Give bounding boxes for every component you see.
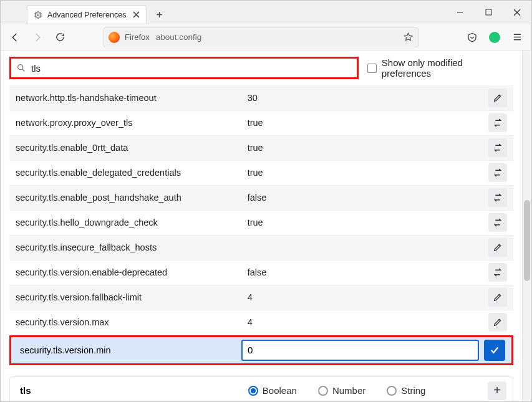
- pref-value: true: [241, 110, 482, 135]
- pref-search-value: tls: [31, 63, 41, 74]
- pref-name: security.tls.enable_delegated_credential…: [9, 160, 241, 185]
- extension-icon[interactable]: [485, 28, 504, 47]
- window-close-button[interactable]: [503, 2, 531, 22]
- radio-icon: [387, 386, 397, 396]
- edit-button[interactable]: [488, 288, 507, 307]
- titlebar: Advanced Preferences +: [1, 1, 531, 24]
- pref-name: security.tls.version.fallback-limit: [9, 285, 241, 310]
- bookmark-star-icon[interactable]: [403, 32, 414, 42]
- toggle-button[interactable]: [488, 163, 507, 182]
- pref-value: false: [241, 185, 482, 210]
- close-icon[interactable]: [131, 10, 141, 20]
- type-radio-number[interactable]: Number: [318, 385, 365, 396]
- tab-strip: Advanced Preferences +: [1, 1, 445, 24]
- pref-row[interactable]: network.proxy.proxy_over_tlstrue: [9, 110, 513, 135]
- pref-row[interactable]: security.tls.enable_post_handshake_authf…: [9, 185, 513, 210]
- pref-row[interactable]: network.http.tls-handshake-timeout30: [9, 85, 513, 110]
- back-button[interactable]: [6, 28, 24, 47]
- pref-edit-row: security.tls.version.min: [9, 335, 513, 365]
- show-modified-label: Show only modified preferences: [382, 57, 513, 79]
- pref-edit-input[interactable]: [241, 340, 479, 361]
- pref-edit-name: security.tls.version.min: [11, 345, 241, 355]
- search-icon: [16, 63, 26, 73]
- pocket-icon[interactable]: [463, 28, 481, 47]
- pref-name: security.tls.enable_0rtt_data: [9, 135, 241, 160]
- radio-label: Number: [332, 385, 365, 396]
- check-icon: [489, 345, 500, 356]
- pref-save-button[interactable]: [484, 340, 505, 361]
- pref-row[interactable]: security.tls.enable_0rtt_datatrue: [9, 135, 513, 160]
- firefox-window: Advanced Preferences + Firefox about:con…: [0, 0, 532, 402]
- urlbar-engine: Firefox: [125, 32, 150, 42]
- svg-point-0: [37, 14, 39, 16]
- radio-icon: [248, 386, 258, 396]
- url-bar[interactable]: Firefox about:config: [103, 27, 419, 47]
- urlbar-url: about:config: [156, 32, 398, 42]
- checkbox-icon: [367, 64, 377, 73]
- toolbar: Firefox about:config: [1, 24, 531, 50]
- pref-add-name: tls: [16, 385, 232, 396]
- toggle-button[interactable]: [488, 138, 507, 157]
- pref-add-row: tls BooleanNumberString +: [9, 376, 513, 402]
- pref-row[interactable]: security.tls.insecure_fallback_hosts: [9, 235, 513, 260]
- svg-rect-1: [486, 9, 491, 15]
- pref-name: security.tls.hello_downgrade_check: [9, 210, 241, 235]
- type-radio-boolean[interactable]: Boolean: [248, 385, 297, 396]
- toggle-button[interactable]: [488, 213, 507, 232]
- pref-value: 30: [241, 85, 482, 110]
- reload-button[interactable]: [51, 28, 69, 47]
- new-tab-button[interactable]: +: [150, 6, 168, 24]
- pref-search-input[interactable]: tls: [9, 57, 359, 79]
- pref-value: true: [241, 210, 482, 235]
- toggle-button[interactable]: [488, 188, 507, 207]
- content: tls Show only modified preferences netwo…: [1, 50, 522, 401]
- radio-icon: [318, 386, 328, 396]
- toggle-button[interactable]: [488, 263, 507, 282]
- pref-value: 4: [241, 285, 482, 310]
- prefs-table: network.http.tls-handshake-timeout30netw…: [9, 85, 513, 335]
- pref-value: 4: [241, 310, 482, 335]
- scrollbar[interactable]: [522, 50, 531, 401]
- edit-button[interactable]: [488, 313, 507, 332]
- radio-label: Boolean: [263, 385, 297, 396]
- pref-value: true: [241, 160, 482, 185]
- pref-name: security.tls.enable_post_handshake_auth: [9, 185, 241, 210]
- tab-title: Advanced Preferences: [47, 11, 126, 19]
- edit-button[interactable]: [488, 238, 507, 257]
- firefox-icon: [109, 32, 120, 43]
- pref-name: network.http.tls-handshake-timeout: [9, 85, 241, 110]
- svg-point-2: [18, 65, 23, 70]
- pref-value: true: [241, 135, 482, 160]
- pref-row[interactable]: security.tls.enable_delegated_credential…: [9, 160, 513, 185]
- pref-row[interactable]: security.tls.version.max4: [9, 310, 513, 335]
- radio-label: String: [401, 385, 425, 396]
- edit-button[interactable]: [488, 89, 507, 107]
- pref-name: security.tls.version.enable-deprecated: [9, 260, 241, 285]
- pref-add-button[interactable]: +: [488, 381, 506, 400]
- show-modified-checkbox[interactable]: Show only modified preferences: [367, 57, 513, 79]
- pref-name: security.tls.version.max: [9, 310, 241, 335]
- forward-button[interactable]: [28, 28, 47, 47]
- toggle-button[interactable]: [488, 113, 507, 132]
- pref-row[interactable]: security.tls.version.enable-deprecatedfa…: [9, 260, 513, 285]
- pref-name: network.proxy.proxy_over_tls: [9, 110, 241, 135]
- menu-button[interactable]: [508, 28, 526, 47]
- pref-value: false: [241, 260, 482, 285]
- maximize-button[interactable]: [474, 2, 503, 22]
- type-radio-string[interactable]: String: [387, 385, 425, 396]
- pref-value: [241, 235, 482, 260]
- window-controls: [445, 2, 531, 22]
- minimize-button[interactable]: [445, 2, 474, 22]
- pref-name: security.tls.insecure_fallback_hosts: [9, 235, 241, 260]
- pref-row[interactable]: security.tls.version.fallback-limit4: [9, 285, 513, 310]
- scrollbar-thumb[interactable]: [524, 200, 530, 281]
- tab-advanced-preferences[interactable]: Advanced Preferences: [27, 5, 147, 24]
- pref-row[interactable]: security.tls.hello_downgrade_checktrue: [9, 210, 513, 235]
- gear-icon: [34, 11, 42, 19]
